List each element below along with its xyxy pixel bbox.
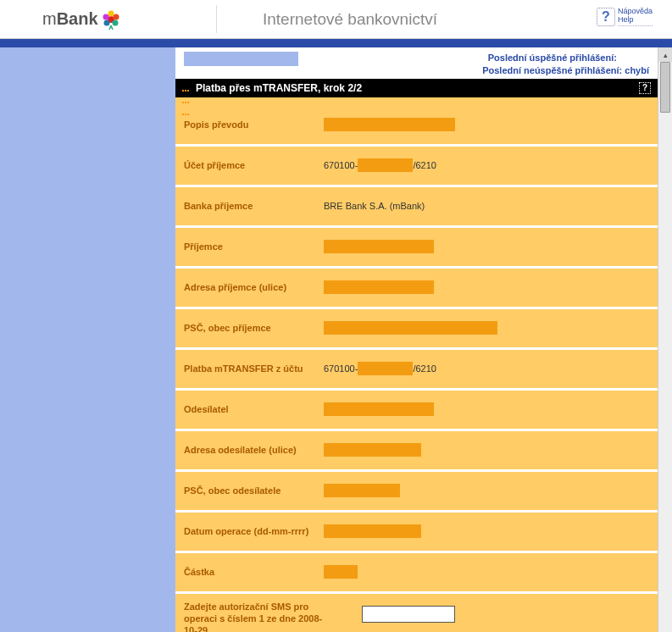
row-recipient-name: Příjemce [175,228,658,269]
scrollbar-thumb[interactable] [660,62,670,113]
amount-label: Částka [184,566,324,578]
sender-street-label: Adresa odesílatele (ulice) [184,444,324,456]
help-label: Nápověda Help [618,8,653,26]
amount-redacted [324,565,358,579]
row-description: Popis převodu [175,106,658,147]
sender-label: Odesílatel [184,403,324,415]
scrollbar-up-icon[interactable]: ▴ [658,47,672,62]
svg-point-1 [108,10,114,16]
recipient-city-label: PSČ, obec příjemce [184,322,324,334]
desc-label: Popis převodu [184,119,324,130]
recipient-city-redacted [324,321,497,335]
desc-redacted [324,118,455,131]
last-success-label: Poslední úspěšné přihlášení: [488,53,617,63]
row-recipient-street: Adresa příjemce (ulice) [175,269,658,309]
accent-stripe [0,39,672,47]
row-sender-city: PSČ, obec odesílatele [175,472,658,513]
sender-redacted [324,402,434,416]
date-redacted [324,524,421,538]
page-title: Internetové bankovnictví [263,10,437,29]
recipient-street-redacted [324,280,434,294]
help-link[interactable]: ? Nápověda Help [594,5,655,29]
row-sender: Odesílatel [175,391,658,431]
sms-code-input[interactable] [362,606,455,623]
sender-street-redacted [324,443,421,457]
scrollbar[interactable]: ▴ [658,47,672,632]
row-sender-street: Adresa odesílatele (ulice) [175,431,658,472]
row-sms-auth: Zadejte autorizační SMS pro operaci s čí… [175,594,658,632]
date-label: Datum operace (dd-mm-rrrr) [184,525,324,537]
logo: mBank [42,9,121,30]
sender-city-redacted [324,484,400,497]
svg-point-5 [103,14,108,19]
main-wrapper: Poslední úspěšné přihlášení: Poslední ne… [0,47,672,632]
section-header: Platba přes mTRANSFER, krok 2/2 ? [175,79,658,97]
row-amount: Částka [175,553,658,594]
left-sidebar [0,47,175,632]
header-divider [216,5,217,33]
last-failure-value: chybí [625,65,649,75]
row-recipient-bank: Banka příjemce BRE Bank S.A. (mBank) [175,187,658,228]
row-recipient-account: Účet příjemce 670100-/6210 [175,147,658,187]
recipient-name-label: Příjemce [184,241,324,252]
sms-label: Zadejte autorizační SMS pro operaci s čí… [184,601,324,632]
recipient-acct-suffix: /6210 [413,160,436,170]
svg-point-2 [113,14,119,19]
app-header: mBank Internetové bankovnictví ? Nápověd… [0,0,672,39]
recipient-acct-label: Účet příjemce [184,159,324,171]
logo-text: mBank [42,9,98,29]
row-operation-date: Datum operace (dd-mm-rrrr) [175,513,658,553]
recipient-bank-value: BRE Bank S.A. (mBank) [324,201,425,211]
from-acct-label: Platba mTRANSFER z účtu [184,363,324,374]
dots-icon [182,83,192,92]
recipient-street-label: Adresa příjemce (ulice) [184,281,324,293]
transfer-form: Popis převodu Účet příjemce 670100-/6210… [175,97,658,632]
recipient-acct-redacted [358,158,413,172]
recipient-name-redacted [324,240,434,253]
sender-city-label: PSČ, obec odesílatele [184,485,324,496]
session-redacted [184,52,298,66]
last-failure-label: Poslední neúspěšné přihlášení: [482,65,622,75]
row-from-account: Platba mTRANSFER z účtu 670100-/6210 [175,350,658,391]
logo-flower-icon [101,9,121,30]
help-icon: ? [597,8,615,26]
section-help-icon[interactable]: ? [639,82,651,94]
svg-point-3 [112,19,118,25]
login-info: Poslední úspěšné přihlášení: Poslední ne… [175,47,658,79]
recipient-bank-label: Banka příjemce [184,200,324,212]
svg-point-4 [103,19,109,25]
recipient-acct-prefix: 670100- [324,160,358,170]
from-acct-redacted [358,362,413,375]
section-title: Platba přes mTRANSFER, krok 2/2 [196,82,362,94]
from-acct-suffix: /6210 [413,363,436,374]
from-acct-prefix: 670100- [324,363,358,374]
last-success-redacted [619,54,649,64]
content-column: Poslední úspěšné přihlášení: Poslední ne… [175,47,672,632]
row-recipient-city: PSČ, obec příjemce [175,309,658,350]
